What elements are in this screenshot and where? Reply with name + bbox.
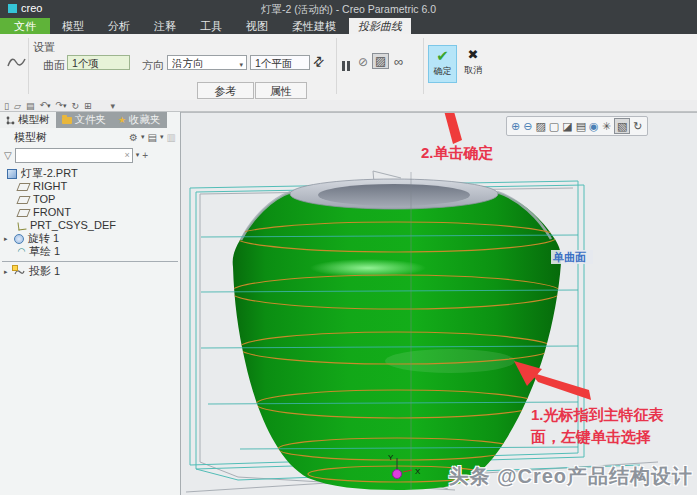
datum-plane-icon — [16, 196, 30, 204]
navigator-panel: 模型树 文件夹 ★ 收藏夹 模型树 ⚙ ▾ ▤ ▾ ▥ ▽ × ▾ — [0, 112, 181, 495]
navigator-tabs: 模型树 文件夹 ★ 收藏夹 — [0, 112, 180, 128]
search-options-icon[interactable]: ▾ — [136, 151, 140, 159]
pause-icon[interactable] — [342, 57, 352, 75]
tree-item-front-plane[interactable]: FRONT — [0, 206, 180, 219]
tree-search-input[interactable]: × — [15, 148, 133, 163]
direction-select[interactable]: 沿方向 ▾ — [167, 55, 247, 70]
repaint-icon[interactable]: ▨ — [535, 119, 545, 133]
tree-item-right-plane[interactable]: RIGHT — [0, 180, 180, 193]
tree-columns-icon: ▥ — [167, 132, 176, 143]
csys-icon — [17, 221, 26, 230]
no-preview-icon[interactable]: ⊘ — [358, 55, 368, 69]
flip-direction-icon[interactable]: ⇄ — [309, 52, 327, 70]
window-title: 灯罩-2 (活动的) - Creo Parametric 6.0 — [0, 3, 697, 17]
panel-tab-references[interactable]: 参考 — [197, 82, 254, 99]
surface-label: 曲面 — [43, 58, 65, 73]
customize-toolbar-icon[interactable]: ▾ — [111, 101, 116, 111]
verify-glasses-icon[interactable]: ∞ — [394, 54, 403, 69]
graphics-area[interactable]: ⊕ ⊖ ▨ ▢ ◪ ▤ ◉ ✳ ▧ ↻ — [181, 112, 697, 495]
plane-collector-field[interactable]: 1个平面 — [250, 55, 310, 70]
model-tree-icon — [6, 116, 15, 125]
menu-tab-model[interactable]: 模型 — [50, 18, 96, 34]
tab-model-tree[interactable]: 模型树 — [0, 112, 56, 128]
display-style-icon[interactable]: ▢ — [549, 119, 559, 133]
vase-opening — [318, 184, 470, 206]
regenerate-icon[interactable]: ↻ — [72, 101, 80, 111]
folder-icon — [62, 117, 72, 124]
check-icon: ✔ — [429, 46, 456, 66]
title-bar: creo 灯罩-2 (活动的) - Creo Parametric 6.0 — [0, 0, 697, 18]
saved-orientations-icon[interactable]: ▤ — [576, 119, 586, 133]
spin-center-icon[interactable]: ↻ — [633, 119, 642, 133]
sketch-icon: ◠ — [18, 245, 25, 258]
ok-button[interactable]: ✔ 确定 — [428, 45, 457, 83]
clear-search-icon[interactable]: × — [124, 149, 129, 162]
open-file-icon[interactable]: ▱ — [14, 101, 21, 111]
axis-y-label: Y — [388, 453, 394, 462]
zoom-out-icon[interactable]: ⊖ — [523, 119, 532, 133]
tree-settings-icon[interactable]: ⚙ — [129, 132, 138, 143]
tree-item-top-plane[interactable]: TOP — [0, 193, 180, 206]
model-viewport[interactable]: Y X 单曲面 2.单击确定 1 — [181, 113, 697, 495]
tree-item-projection[interactable]: ▸ 投影 1 — [0, 265, 180, 278]
tab-favorites[interactable]: ★ 收藏夹 — [112, 112, 167, 128]
tab-folder-browser[interactable]: 文件夹 — [56, 112, 113, 128]
dashboard-ribbon: 设置 曲面 1个项 方向 沿方向 ▾ 1个平面 ⇄ ⊘ ▨ ∞ ✔ 确定 ✖ 取… — [0, 34, 697, 101]
chevron-down-icon[interactable]: ▾ — [239, 57, 243, 72]
panel-tab-properties[interactable]: 属性 — [255, 82, 307, 99]
quick-access-toolbar: ▯ ▱ ▤ ↶▾ ↷▾ ↻ ⊞ ▾ — [0, 100, 697, 112]
chevron-down-icon[interactable]: ▾ — [160, 133, 164, 141]
window-switch-icon[interactable]: ⊞ — [84, 101, 92, 111]
tree-filter-row: ▽ × ▾ + — [0, 146, 180, 164]
revolve-icon — [14, 234, 24, 244]
model-tree-header: 模型树 ⚙ ▾ ▤ ▾ ▥ — [0, 128, 180, 146]
chevron-down-icon[interactable]: ▾ — [141, 133, 145, 141]
annotation-step1-line2: 面，左键单击选择 — [530, 428, 651, 445]
preview-icon[interactable]: ▨ — [372, 53, 389, 69]
model-tree-title: 模型树 — [14, 130, 47, 145]
watermark: 头条 @Creo产品结构设计 — [448, 463, 693, 490]
expand-arrow-icon[interactable]: ▸ — [4, 265, 10, 278]
datum-display-filters-icon[interactable]: ✳ — [602, 119, 611, 133]
menu-tab-annotate[interactable]: 注释 — [142, 18, 188, 34]
context-tab-projected-curve[interactable]: 投影曲线 — [349, 18, 411, 34]
expand-arrow-icon[interactable]: ▸ — [4, 232, 10, 245]
redo-icon[interactable]: ↷▾ — [55, 100, 66, 111]
cancel-button[interactable]: ✖ 取消 — [459, 45, 487, 83]
projected-curve-icon — [5, 52, 29, 72]
annotation-step1-line1: 1.光标指到主特征表 — [531, 406, 665, 423]
direction-label: 方向 — [142, 58, 164, 73]
zoom-in-icon[interactable]: ⊕ — [511, 119, 520, 133]
tree-item-part[interactable]: 灯罩-2.PRT — [0, 167, 180, 180]
new-feature-badge — [12, 265, 18, 271]
datum-plane-icon — [16, 183, 30, 191]
section-display-icon[interactable]: ◪ — [562, 119, 572, 133]
axis-x-label: X — [415, 467, 421, 476]
surface-collector-field[interactable]: 1个项 — [67, 55, 130, 70]
menu-tab-analysis[interactable]: 分析 — [96, 18, 142, 34]
surface-tooltip: 单曲面 — [551, 250, 593, 264]
cancel-button-label: 取消 — [459, 65, 487, 76]
undo-icon[interactable]: ↶▾ — [39, 100, 50, 111]
specular-highlight — [310, 259, 426, 277]
menu-tab-flexible-modeling[interactable]: 柔性建模 — [280, 18, 348, 34]
menu-tab-tools[interactable]: 工具 — [188, 18, 234, 34]
menu-tab-view[interactable]: 视图 — [234, 18, 280, 34]
annotation-display-icon[interactable]: ▧ — [614, 118, 630, 134]
surface-tooltip-text: 单曲面 — [553, 251, 586, 263]
save-icon[interactable]: ▤ — [26, 101, 35, 111]
view-manager-icon[interactable]: ◉ — [589, 119, 599, 133]
graphics-toolbar: ⊕ ⊖ ▨ ▢ ◪ ▤ ◉ ✳ ▧ ↻ — [506, 116, 648, 136]
filter-funnel-icon[interactable]: ▽ — [4, 150, 12, 161]
tree-item-sketch[interactable]: ◠ 草绘 1 — [0, 245, 180, 258]
ok-button-label: 确定 — [429, 66, 456, 77]
tree-item-csys[interactable]: PRT_CSYS_DEF — [0, 219, 180, 232]
group-label-settings: 设置 — [33, 40, 55, 55]
scene: Y X 单曲面 2.单击确定 1 — [186, 113, 665, 492]
tree-item-revolve[interactable]: ▸ 旋转 1 — [0, 232, 180, 245]
expand-tree-icon[interactable]: + — [142, 150, 148, 161]
annotation-step2: 2.单击确定 — [421, 144, 494, 161]
menu-tab-file[interactable]: 文件 — [0, 18, 50, 34]
new-file-icon[interactable]: ▯ — [4, 101, 9, 111]
tree-display-icon[interactable]: ▤ — [148, 132, 157, 143]
